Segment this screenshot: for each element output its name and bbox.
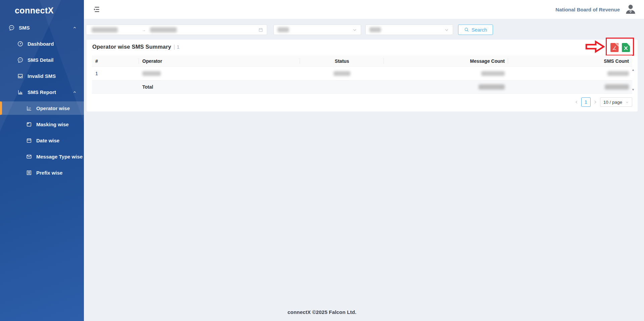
file-pdf-icon[interactable]	[610, 43, 618, 52]
sidebar-item-label: Prefix wise	[36, 170, 62, 176]
redacted-selection	[369, 27, 381, 32]
annotation-box	[606, 38, 634, 56]
sms-detail-icon	[17, 57, 23, 63]
footer-text: connectX ©2025 Falcon Ltd.	[84, 309, 644, 315]
total-label: Total	[139, 81, 300, 93]
page-title: Operator wise SMS Summary|1	[92, 44, 180, 50]
redacted-total-sms-count	[605, 84, 629, 90]
sidebar-menu: SMS Dashboard SMS Detail Invalid SMS SMS…	[0, 21, 84, 179]
page-size-select[interactable]: 10 / page	[600, 97, 632, 107]
sidebar-item-label: SMS	[19, 25, 30, 31]
row-index: 1	[92, 67, 139, 80]
sidebar-item-label: SMS Report	[28, 89, 56, 95]
redacted-selection	[278, 27, 289, 32]
sidebar: connectX SMS Dashboard SMS Detail Invali…	[0, 0, 84, 321]
operator-sms-table: # Operator Status Message Count SMS Coun…	[92, 55, 632, 94]
calendar-icon	[26, 138, 32, 143]
sidebar-item-label: Date wise	[36, 138, 59, 143]
date-range-separator: →	[142, 28, 146, 32]
next-page-icon[interactable]	[593, 100, 597, 104]
header-sms-count: SMS Count	[508, 55, 632, 66]
summary-count: 1	[177, 44, 180, 50]
sms-icon	[9, 25, 14, 31]
pagination: 1 10 / page	[575, 97, 632, 107]
invalid-sms-icon	[17, 73, 23, 79]
sidebar-item-dashboard[interactable]: Dashboard	[0, 37, 84, 50]
redacted-total-message-count	[479, 84, 505, 90]
dot-chart-icon	[26, 105, 32, 111]
topbar: National Board of Revenue	[84, 0, 644, 19]
redacted-message-count	[481, 71, 505, 76]
redacted-sms-count	[607, 71, 629, 76]
sidebar-item-operator-wise[interactable]: Operator wise	[0, 101, 84, 115]
sidebar-item-prefix-wise[interactable]: Prefix wise	[0, 166, 84, 179]
search-button-label: Search	[472, 27, 487, 33]
table-row: 1	[92, 67, 632, 81]
main-content: → Search Operator wise SMS Summary|1 # O…	[84, 19, 644, 321]
search-button[interactable]: Search	[458, 25, 493, 35]
chevron-down-icon	[625, 100, 629, 104]
org-name: National Board of Revenue	[555, 7, 620, 12]
menu-fold-icon[interactable]	[93, 6, 101, 13]
sidebar-item-date-wise[interactable]: Date wise	[0, 134, 84, 147]
chevron-down-icon	[444, 28, 449, 32]
header-index: #	[92, 55, 139, 66]
list-box-icon	[26, 170, 32, 176]
table-header-row: # Operator Status Message Count SMS Coun…	[92, 55, 632, 67]
filter-select-1[interactable]	[274, 25, 361, 35]
sidebar-item-sms-detail[interactable]: SMS Detail	[0, 53, 84, 66]
app-logo: connectX	[0, 0, 84, 16]
dashboard-icon	[17, 41, 23, 47]
file-excel-icon[interactable]	[622, 43, 630, 52]
sidebar-item-sms-report[interactable]: SMS Report	[0, 85, 84, 99]
redacted-operator	[142, 71, 161, 76]
sidebar-item-masking-wise[interactable]: Masking wise	[0, 118, 84, 131]
redacted-status	[334, 71, 350, 76]
chevron-up-icon	[73, 90, 77, 94]
sidebar-item-label: Operator wise	[36, 105, 70, 111]
sidebar-item-sms[interactable]: SMS	[0, 21, 84, 34]
summary-card: Operator wise SMS Summary|1 # Operator S…	[87, 40, 638, 111]
page-size-label: 10 / page	[603, 100, 622, 105]
sidebar-item-label: Invalid SMS	[28, 73, 56, 79]
header-operator: Operator	[139, 55, 300, 66]
filter-select-2[interactable]	[365, 25, 453, 35]
summary-title: Operator wise SMS Summary	[92, 44, 171, 50]
calendar-icon	[258, 28, 263, 32]
scrollbar-down-arrow[interactable]: ▼	[632, 88, 635, 91]
annotation-arrow	[585, 40, 605, 53]
table-total-row: Total	[92, 81, 632, 94]
masking-panel-icon	[26, 122, 32, 127]
report-chart-icon	[17, 89, 23, 95]
sidebar-item-label: Masking wise	[36, 122, 69, 127]
header-status: Status	[300, 55, 384, 66]
page-number-button[interactable]: 1	[581, 97, 591, 107]
sidebar-item-label: Message Type wise	[36, 154, 83, 159]
mail-icon	[26, 154, 32, 159]
chevron-up-icon	[73, 26, 77, 30]
user-avatar-icon[interactable]	[625, 3, 637, 15]
sidebar-item-label: Dashboard	[28, 41, 54, 47]
prev-page-icon[interactable]	[575, 100, 579, 104]
chevron-down-icon	[352, 28, 357, 32]
redacted-end-date	[150, 27, 177, 33]
title-divider: |	[174, 44, 175, 50]
redacted-start-date	[92, 27, 118, 33]
sidebar-item-label: SMS Detail	[28, 57, 54, 63]
scrollbar-up-arrow[interactable]: ▲	[632, 68, 635, 72]
sidebar-item-message-type-wise[interactable]: Message Type wise	[0, 150, 84, 163]
search-icon	[464, 27, 469, 32]
sidebar-item-invalid-sms[interactable]: Invalid SMS	[0, 69, 84, 83]
header-message-count: Message Count	[384, 55, 508, 66]
date-range-picker[interactable]: →	[86, 25, 267, 35]
